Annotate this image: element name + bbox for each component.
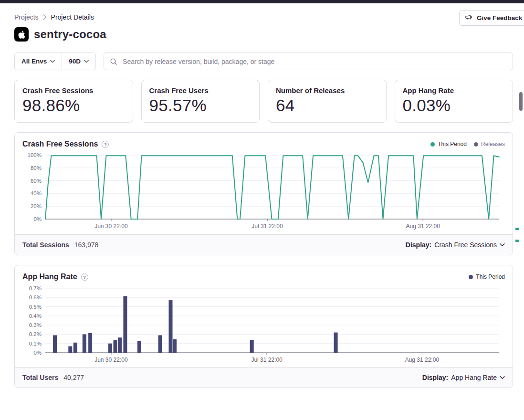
give-feedback-button[interactable]: Give Feedback bbox=[459, 10, 524, 26]
series-bar bbox=[83, 334, 86, 353]
legend-item[interactable]: This Period bbox=[430, 141, 467, 147]
breadcrumb-current: Project Details bbox=[51, 13, 94, 21]
app-hang-rate-panel: App Hang Rate ? This Period 0%0.1%0.2%0.… bbox=[14, 265, 513, 388]
y-axis-tick-label: 40% bbox=[31, 190, 42, 196]
stat-value: 95.57% bbox=[149, 96, 252, 115]
legend-item[interactable]: Releases bbox=[474, 141, 505, 147]
stat-value: 0.03% bbox=[403, 96, 505, 115]
help-icon[interactable]: ? bbox=[102, 141, 109, 148]
y-axis-tick-label: 80% bbox=[31, 165, 42, 171]
give-feedback-label: Give Feedback bbox=[477, 14, 522, 21]
series-bar bbox=[158, 335, 162, 353]
date-range-selector-label: 90D bbox=[69, 58, 81, 65]
environment-selector[interactable]: All Envs bbox=[15, 53, 62, 70]
y-axis-tick-label: 0.2% bbox=[29, 331, 42, 337]
display-label: Display: bbox=[406, 241, 431, 249]
y-axis-tick-label: 100% bbox=[28, 152, 42, 158]
series-line bbox=[45, 156, 499, 219]
line-chart-svg: 0%20%40%60%80%100%Jun 30 22:00Jul 31 22:… bbox=[15, 149, 513, 234]
help-icon[interactable]: ? bbox=[81, 273, 88, 281]
legend-label: This Period bbox=[476, 273, 505, 280]
megaphone-icon bbox=[465, 14, 473, 22]
apple-platform-icon bbox=[14, 27, 29, 42]
breadcrumb-chevron-icon bbox=[43, 14, 47, 20]
x-axis-tick-label: Aug 31 22:00 bbox=[405, 357, 440, 363]
legend-label: Releases bbox=[481, 141, 505, 147]
date-range-selector[interactable]: 90D bbox=[62, 53, 95, 70]
clipped-content-fragment bbox=[515, 240, 519, 242]
stat-card: Crash Free Sessions98.86% bbox=[14, 80, 133, 123]
total-users-label: Total Users bbox=[22, 374, 58, 381]
release-search-box[interactable] bbox=[104, 52, 513, 70]
series-bar bbox=[334, 333, 338, 353]
chart-legend: This PeriodReleases bbox=[430, 141, 505, 147]
legend-dot-icon bbox=[430, 142, 435, 147]
y-axis-tick-label: 0.6% bbox=[29, 294, 42, 300]
environment-selector-label: All Envs bbox=[21, 58, 47, 65]
chevron-down-icon bbox=[500, 376, 505, 379]
panel-footer: Total Users 40,277 Display: App Hang Rat… bbox=[15, 367, 513, 388]
series-bar bbox=[118, 337, 122, 353]
display-label: Display: bbox=[422, 374, 448, 381]
display-value: Crash Free Sessions bbox=[434, 241, 497, 249]
legend-item[interactable]: This Period bbox=[469, 273, 505, 280]
y-axis-tick-label: 0.4% bbox=[29, 313, 42, 319]
clipped-content-fragment bbox=[515, 228, 519, 230]
crash-free-sessions-chart: 0%20%40%60%80%100%Jun 30 22:00Jul 31 22:… bbox=[15, 149, 513, 234]
project-header: sentry-cocoa bbox=[14, 27, 513, 42]
chevron-down-icon bbox=[84, 60, 89, 63]
series-bar bbox=[108, 344, 112, 353]
series-bar bbox=[73, 343, 77, 353]
series-bar bbox=[173, 339, 177, 353]
x-axis-tick-label: Jul 31 22:00 bbox=[252, 223, 283, 230]
filter-bar: All Envs 90D bbox=[14, 52, 513, 70]
breadcrumb-projects-link[interactable]: Projects bbox=[14, 13, 39, 21]
series-bar bbox=[88, 333, 92, 353]
y-axis-tick-label: 0.7% bbox=[29, 285, 42, 291]
search-icon bbox=[110, 58, 117, 65]
legend-label: This Period bbox=[438, 141, 467, 147]
x-axis-tick-label: Aug 31 22:00 bbox=[406, 223, 440, 230]
series-bar bbox=[114, 340, 117, 353]
chevron-down-icon bbox=[500, 243, 505, 247]
y-axis-tick-label: 0.5% bbox=[29, 304, 42, 310]
stat-value: 64 bbox=[276, 96, 378, 115]
x-axis-tick-label: Jul 31 22:00 bbox=[251, 357, 283, 363]
stat-value: 98.86% bbox=[22, 96, 125, 115]
display-selector[interactable]: Display: App Hang Rate bbox=[422, 374, 505, 381]
vertical-scrollbar-thumb[interactable] bbox=[519, 92, 523, 111]
panel-footer: Total Sessions 163,978 Display: Crash Fr… bbox=[15, 234, 513, 255]
search-input[interactable] bbox=[122, 57, 507, 66]
panel-title: Crash Free Sessions bbox=[22, 140, 98, 148]
total-sessions-value: 163,978 bbox=[74, 241, 99, 249]
window-top-bar bbox=[0, 0, 524, 3]
y-axis-tick-label: 0.3% bbox=[29, 322, 42, 328]
page-title: sentry-cocoa bbox=[34, 28, 106, 41]
breadcrumb: Projects Project Details bbox=[14, 13, 513, 21]
y-axis-tick-label: 60% bbox=[31, 178, 42, 184]
app-hang-rate-chart: 0%0.1%0.2%0.3%0.4%0.5%0.6%0.7%Jun 30 22:… bbox=[15, 282, 513, 367]
stat-card: Number of Releases64 bbox=[268, 80, 387, 123]
display-value: App Hang Rate bbox=[451, 374, 497, 381]
stat-card: Crash Free Users95.57% bbox=[141, 80, 260, 123]
x-axis-tick-label: Jun 30 22:00 bbox=[94, 223, 128, 230]
y-axis-tick-label: 0% bbox=[33, 216, 42, 222]
chevron-down-icon bbox=[50, 60, 55, 63]
x-axis-tick-label: Jun 30 22:00 bbox=[94, 357, 128, 363]
stat-label: App Hang Rate bbox=[403, 86, 505, 94]
crash-free-sessions-panel: Crash Free Sessions ? This PeriodRelease… bbox=[14, 132, 513, 255]
total-users-value: 40,277 bbox=[63, 374, 84, 381]
stat-label: Crash Free Sessions bbox=[22, 86, 125, 94]
display-selector[interactable]: Display: Crash Free Sessions bbox=[406, 241, 505, 249]
stats-row: Crash Free Sessions98.86%Crash Free User… bbox=[14, 80, 513, 123]
series-bar bbox=[137, 341, 141, 353]
series-bar bbox=[169, 300, 173, 353]
y-axis-tick-label: 20% bbox=[31, 203, 42, 209]
stat-label: Crash Free Users bbox=[149, 86, 252, 94]
legend-dot-icon bbox=[469, 275, 473, 279]
total-sessions-label: Total Sessions bbox=[22, 241, 69, 249]
series-bar bbox=[53, 335, 57, 353]
chart-legend: This Period bbox=[469, 273, 505, 280]
legend-dot-icon bbox=[474, 142, 478, 147]
bar-chart-svg: 0%0.1%0.2%0.3%0.4%0.5%0.6%0.7%Jun 30 22:… bbox=[15, 282, 513, 367]
